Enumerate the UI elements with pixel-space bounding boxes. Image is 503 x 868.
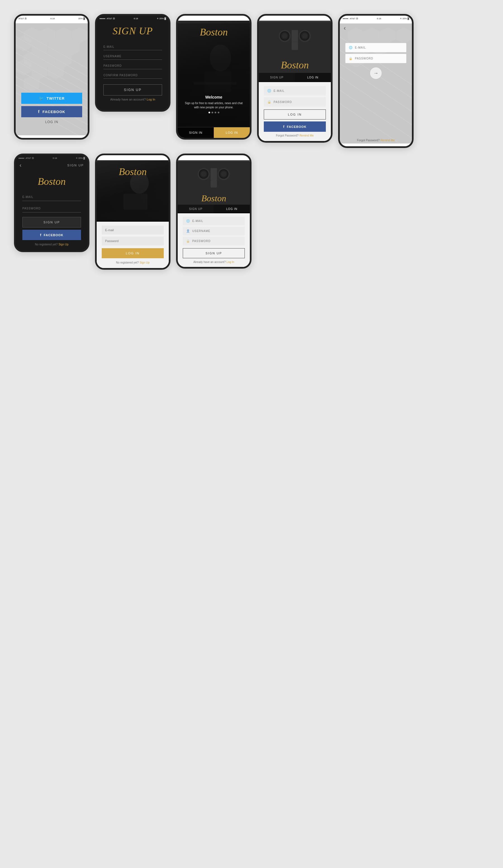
- login-btn-4[interactable]: LOG IN: [264, 110, 326, 120]
- email-input-7[interactable]: [102, 226, 164, 235]
- phone-screen-4: ●●●●○ AT&T 奈 6:18 ✳ 35% ▓: [257, 14, 333, 148]
- svg-point-34: [282, 33, 287, 39]
- email-field-dark: [103, 42, 162, 50]
- phone-screen-5: ●●●●○ AT&T 奈 6:18 ✳ 35% ▓: [338, 14, 414, 148]
- login-choice-btn-8[interactable]: LOG IN: [214, 205, 250, 213]
- svg-rect-57: [123, 194, 148, 210]
- choice-bar-4: SIGN UP LOG IN: [259, 73, 331, 82]
- dot-3: [215, 112, 216, 113]
- battery-1: 35% ▓: [78, 17, 85, 20]
- svg-point-67: [221, 172, 227, 177]
- time-8: 6:18: [215, 157, 219, 159]
- signup-header-title: SIGN UP: [67, 164, 84, 167]
- back-arrow-5[interactable]: ‹: [344, 24, 346, 32]
- facebook-btn-6[interactable]: f FACEBOOK: [22, 230, 81, 240]
- login-choice-btn[interactable]: LOG IN: [295, 73, 331, 82]
- password-field-dark: [103, 61, 162, 69]
- lock-icon-5: 🔒: [349, 57, 353, 60]
- already-account-text: Already have an account? Log In: [103, 98, 162, 101]
- facebook-label: FACEBOOK: [42, 110, 66, 114]
- password-field-6: [22, 203, 81, 213]
- email-input-6[interactable]: [22, 195, 81, 198]
- signup-btn-8[interactable]: SIGN UP: [183, 248, 245, 258]
- username-input-2[interactable]: [103, 55, 162, 58]
- time-2: 6:18: [134, 17, 138, 20]
- status-bar-2: ●●●●○ AT&T 奈 6:18 ✳ 35% ▓: [97, 16, 169, 21]
- phone-screen-6: ●●●●○ AT&T 奈 6:18 ✳ 35% ▓ ‹ SIGN UP Bost…: [14, 154, 89, 270]
- no-registered-text-7: No registered yet? Sign Up: [102, 261, 164, 264]
- email-input-2[interactable]: [103, 45, 162, 48]
- facebook-icon-6: f: [40, 233, 41, 237]
- status-bar-3: ●●●●○ AT&T 奈 6:18 ✳ 35% ▓: [178, 16, 250, 21]
- signup-link-7[interactable]: Sign Up: [139, 261, 150, 264]
- signup-form-8: 🌐 👤 🔒 SIGN UP Already have an account? L…: [178, 213, 250, 267]
- dot-2: [212, 112, 213, 113]
- password-input-6[interactable]: [22, 207, 81, 210]
- username-input-8[interactable]: [192, 229, 241, 232]
- forgot-text-5: Forgot Password? Remind Me: [340, 139, 412, 142]
- password-input-7[interactable]: [102, 237, 164, 245]
- email-input-4[interactable]: [274, 89, 322, 92]
- screen2-content: SIGN UP: [97, 21, 169, 110]
- battery-5: ✳ 35% ▓: [400, 17, 409, 20]
- password-input-2[interactable]: [103, 64, 162, 67]
- email-input-8[interactable]: [192, 219, 241, 223]
- signup-button-2[interactable]: SIGN UP: [103, 84, 162, 95]
- forgot-text-4: Forgot Password? Remind Me: [264, 134, 326, 137]
- twitter-icon: 🐦: [39, 96, 44, 101]
- globe-icon-4: 🌐: [267, 89, 271, 93]
- login-form-7: LOG IN No registered yet? Sign Up: [97, 222, 169, 268]
- confirm-password-field: [103, 71, 162, 79]
- login-gold-btn-7[interactable]: LOG IN: [102, 248, 164, 258]
- login-link-8[interactable]: Log In: [227, 260, 234, 264]
- svg-rect-40: [292, 42, 298, 50]
- email-input-5[interactable]: [355, 46, 403, 49]
- facebook-btn-4[interactable]: f FACEBOOK: [264, 122, 326, 132]
- time-3: 6:18: [215, 17, 219, 20]
- login-form-light-4: 🌐 🔒 LOG IN f FACEBOOK Forgot Password? R…: [259, 82, 331, 141]
- social-buttons-area: 🐦 TWITTER f FACEBOOK LOG IN: [16, 93, 88, 124]
- svg-point-39: [302, 33, 308, 39]
- password-field-8: 🔒: [183, 237, 245, 245]
- svg-rect-68: [211, 180, 217, 188]
- welcome-photo-bg: Boston Welcome Sign up for free to read …: [178, 21, 250, 138]
- email-field-8: 🌐: [183, 217, 245, 225]
- carrier-2: ●●●●○ AT&T 奈: [100, 17, 115, 20]
- password-field-5: 🔒: [345, 54, 406, 63]
- remind-me-link-4[interactable]: Remind Me: [299, 134, 313, 137]
- log-in-text[interactable]: LOG IN: [21, 120, 82, 124]
- geometric-bg-5: [340, 21, 412, 146]
- signup-link-6[interactable]: Sign Up: [58, 243, 69, 246]
- dots-indicator: [183, 112, 244, 113]
- phone-screen-2: ●●●●○ AT&T 奈 6:18 ✳ 35% ▓ SIGN UP: [95, 14, 170, 148]
- signup-form-dark: SIGN UP Already have an account? Log In: [97, 40, 169, 105]
- signup-btn-6[interactable]: SIGN UP: [22, 217, 81, 228]
- log-in-button-3[interactable]: LOG IN: [214, 127, 250, 138]
- password-input-5[interactable]: [355, 57, 403, 60]
- lock-icon-8: 🔒: [186, 239, 190, 243]
- choice-bar-8: SIGN UP LOG IN: [178, 205, 250, 213]
- carrier-8: ●●●●○ AT&T 奈: [181, 157, 196, 160]
- svg-point-62: [201, 172, 206, 177]
- username-field-dark: [103, 52, 162, 60]
- signup-choice-btn[interactable]: SIGN UP: [259, 73, 295, 82]
- phone-screen-8: ●●●●○ AT&T 奈 6:18 ✳ 35% ▓: [176, 154, 252, 270]
- globe-icon-8: 🌐: [186, 219, 190, 223]
- carrier-5: ●●●●○ AT&T 奈: [343, 17, 358, 20]
- facebook-button[interactable]: f FACEBOOK: [21, 106, 82, 117]
- boston-logo-4: Boston: [259, 59, 331, 71]
- twitter-button[interactable]: 🐦 TWITTER: [21, 93, 82, 104]
- back-arrow-6[interactable]: ‹: [20, 162, 21, 168]
- sign-in-button-3[interactable]: SIGN IN: [178, 127, 214, 138]
- phone-screen-3: ●●●●○ AT&T 奈 6:18 ✳ 35% ▓: [176, 14, 252, 148]
- boston-logo-8: Boston: [178, 193, 250, 204]
- screen6-form: Boston SIGN UP f FACEBOOK No registered …: [16, 170, 88, 250]
- confirm-password-input[interactable]: [103, 74, 162, 77]
- log-in-link-2[interactable]: Log In: [147, 98, 155, 101]
- status-bar-8: ●●●●○ AT&T 奈 6:18 ✳ 35% ▓: [178, 155, 250, 160]
- remind-me-link-5[interactable]: Remind Me: [380, 139, 395, 142]
- password-input-4[interactable]: [274, 101, 322, 104]
- signup-choice-btn-8[interactable]: SIGN UP: [178, 205, 214, 213]
- arrow-button-5[interactable]: →: [370, 67, 382, 79]
- password-input-8[interactable]: [192, 239, 241, 242]
